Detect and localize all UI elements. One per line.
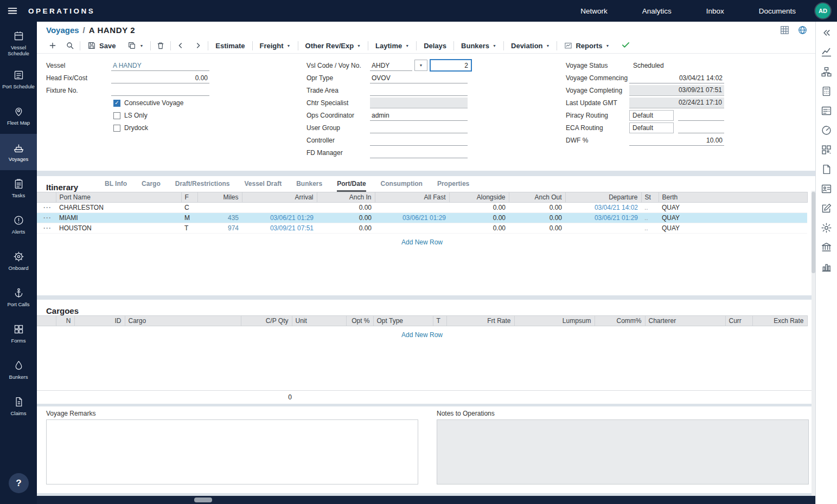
contact-card-icon[interactable] [821,183,832,195]
row-handle-icon[interactable]: ··· [37,223,56,234]
search-icon[interactable] [61,41,79,50]
cell-berth[interactable]: QUAY [659,223,807,234]
bank-icon[interactable] [821,242,832,253]
voyage-status-value[interactable]: Scheduled [633,60,664,71]
vessel-input[interactable] [111,60,209,71]
drydock-checkbox[interactable]: Drydock [113,124,148,132]
tab-port-date[interactable]: Port/Date [337,180,366,192]
delays-button[interactable]: Delays [418,42,452,50]
bunkers-button[interactable]: Bunkers▼ [455,42,502,50]
cell-st[interactable]: .. [641,203,659,213]
voyage-no-input[interactable] [430,59,472,72]
row-handle-icon[interactable]: ··· [37,203,56,213]
cell-departure[interactable]: 03/04/21 14:02 [565,203,641,213]
cell-alongside[interactable]: 0.00 [449,223,509,234]
other-rev-exp-button[interactable]: Other Rev/Exp▼ [299,42,367,50]
help-button[interactable]: ? [9,473,29,493]
cell-departure[interactable]: 03/06/21 01:29 [565,213,641,223]
breadcrumb-voyages[interactable]: Voyages [46,25,79,35]
cell-miles[interactable]: 974 [197,223,242,234]
itinerary-row[interactable]: ··· MIAMI M 435 03/06/21 01:29 0.00 03/0… [37,213,807,223]
cell-anch-in[interactable]: 0.00 [317,223,375,234]
cell-all-fast[interactable]: 03/06/21 01:29 [375,213,449,223]
cell-arrival[interactable] [242,203,317,213]
nav-network[interactable]: Network [580,7,608,15]
previous-icon[interactable] [172,41,189,50]
form-list-icon[interactable] [821,105,832,117]
dwf-input[interactable] [629,135,724,146]
piracy-routing-extra-input[interactable] [678,110,724,121]
cell-anch-out[interactable]: 0.00 [509,203,565,213]
cell-miles[interactable] [197,203,242,213]
itinerary-add-new-row-link[interactable]: Add New Row [37,238,807,246]
cell-all-fast[interactable] [375,203,449,213]
voyage-remarks-textarea[interactable] [46,419,418,484]
sidebar-item-fleet-map[interactable]: Fleet Map [0,98,37,134]
validation-check-icon[interactable] [616,40,636,51]
trade-area-input[interactable] [370,85,468,96]
tab-consumption[interactable]: Consumption [381,180,423,192]
fixture-no-input[interactable] [111,85,209,96]
piracy-routing-value[interactable]: Default [629,110,674,121]
user-group-input[interactable] [370,122,468,133]
cell-arrival[interactable]: 03/09/21 07:51 [242,223,317,234]
deviation-button[interactable]: Deviation▼ [505,42,555,50]
cell-f[interactable]: M [181,213,197,223]
cell-anch-in[interactable]: 0.00 [317,213,375,223]
cell-berth[interactable]: QUAY [659,203,807,213]
sidebar-item-port-schedule[interactable]: Port Schedule [0,61,37,98]
cell-anch-out[interactable]: 0.00 [509,223,565,234]
avatar[interactable]: AD [815,3,830,18]
tab-bl-info[interactable]: BL Info [105,180,127,192]
cell-st[interactable]: .. [641,223,659,234]
sidebar-item-forms[interactable]: Forms [0,315,37,352]
horizontal-scrollbar-thumb[interactable] [194,497,212,502]
tab-cargo[interactable]: Cargo [142,180,161,192]
gear-icon[interactable] [821,222,832,234]
grid-view-icon[interactable] [780,25,790,35]
hierarchy-icon[interactable] [821,66,832,77]
cell-miles[interactable]: 435 [197,213,242,223]
head-fix-input[interactable] [111,73,209,83]
sidebar-item-tasks[interactable]: Tasks [0,170,37,206]
trend-chart-icon[interactable] [821,47,832,58]
cell-berth[interactable]: QUAY [659,213,807,223]
voyage-commencing-input[interactable] [629,73,724,83]
edit-icon[interactable] [821,203,832,214]
sidebar-item-vessel-schedule[interactable]: Vessel Schedule [0,25,37,61]
cell-alongside[interactable]: 0.00 [449,203,509,213]
consecutive-voyage-checkbox[interactable]: Consecutive Voyage [113,99,183,107]
ops-coordinator-input[interactable] [370,110,468,121]
eca-routing-extra-input[interactable] [678,122,724,133]
estimate-button[interactable]: Estimate [209,42,251,50]
cell-alongside[interactable]: 0.00 [449,213,509,223]
cell-arrival[interactable]: 03/06/21 01:29 [242,213,317,223]
tab-draft-restrictions[interactable]: Draft/Restrictions [175,180,230,192]
next-icon[interactable] [189,41,207,50]
nav-analytics[interactable]: Analytics [642,7,672,15]
laytime-button[interactable]: Laytime▼ [369,42,415,50]
itinerary-row[interactable]: ··· CHARLESTON C 0.00 0.00 0.00 03/04/21… [37,203,807,213]
qr-code-icon[interactable] [821,144,832,156]
sidebar-item-port-calls[interactable]: Port Calls [0,279,37,315]
freight-button[interactable]: Freight▼ [254,42,297,50]
nav-inbox[interactable]: Inbox [706,7,724,15]
gauge-icon[interactable] [821,125,832,136]
nav-documents[interactable]: Documents [759,7,796,15]
cell-anch-in[interactable]: 0.00 [317,203,375,213]
vsl-code-input[interactable] [370,60,412,71]
delete-icon[interactable] [152,41,169,50]
cell-port[interactable]: MIAMI [56,213,181,223]
cell-all-fast[interactable] [375,223,449,234]
notes-to-operations-textarea[interactable] [437,419,809,484]
ls-only-checkbox[interactable]: LS Only [113,112,148,119]
controller-input[interactable] [370,135,468,146]
tab-properties[interactable]: Properties [437,180,469,192]
document-icon[interactable] [821,164,832,175]
cell-port[interactable]: HOUSTON [56,223,181,234]
vessel-dropdown-button[interactable]: ▼ [414,60,427,71]
cell-f[interactable]: C [181,203,197,213]
reports-button[interactable]: Reports▼ [558,42,615,50]
opr-type-input[interactable] [370,73,468,83]
cell-port[interactable]: CHARLESTON [56,203,181,213]
